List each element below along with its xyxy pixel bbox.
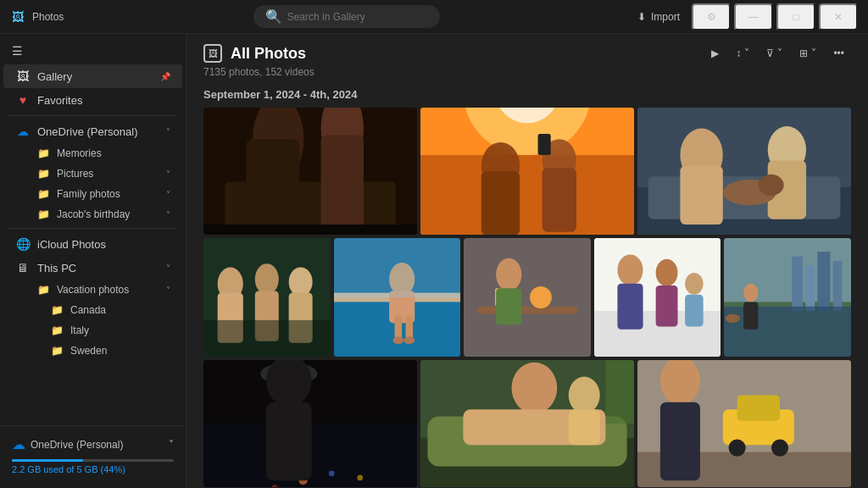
sidebar-bottom: ☁ OneDrive (Personal) ˅ 2.2 GB used of 5… [0,425,186,481]
photo-cell-9[interactable]: ☁ [203,360,417,487]
svg-rect-58 [685,295,704,327]
sort-icon: ↕ [736,47,741,59]
svg-rect-56 [655,286,677,326]
vacation-folder-icon: 📁 [37,284,50,296]
sidebar-sweden-label: Sweden [70,345,107,357]
onedrive-chevron-icon: ˅ [166,127,170,136]
memories-folder-icon: 📁 [37,147,50,159]
page-title: All Photos [231,45,306,63]
sidebar-item-icloud[interactable]: 🌐 iCloud Photos [3,232,182,256]
sidebar-item-jacobs-birthday[interactable]: 📁 Jacob's birthday ˅ [3,204,182,225]
photo-cell-3[interactable]: ☁ ▣ [637,108,851,235]
svg-rect-38 [394,316,402,339]
sidebar-item-italy[interactable]: 📁 Italy [3,320,182,341]
svg-point-30 [289,267,313,296]
jacobs-chevron-icon: ˅ [166,210,170,219]
svg-rect-20 [680,166,722,225]
sidebar-item-memories[interactable]: 📁 Memories [3,143,182,164]
photo-cell-11[interactable]: ☁ [637,360,851,487]
maximize-button[interactable]: □ [776,3,815,30]
svg-rect-78 [266,402,312,480]
family-folder-icon: 📁 [37,188,50,200]
content-title-area: 🖼 All Photos [203,44,306,63]
svg-rect-90 [737,395,780,420]
sidebar-item-family-photos[interactable]: 📁 Family photos ˅ [3,184,182,204]
sidebar-item-canada[interactable]: 📁 Canada [3,300,182,320]
svg-rect-12 [481,171,520,235]
photo-cell-7[interactable] [594,238,721,357]
app-logo-icon: 🖼 [10,9,25,25]
svg-rect-5 [321,135,364,235]
svg-rect-14 [542,168,576,232]
content-header: 🖼 All Photos ▶ ↕ ˅ ⊽ ˅ ⊞ ˅ [186,34,868,66]
photo-cell-2[interactable] [420,108,634,235]
search-input[interactable] [287,11,423,23]
sidebar-this-pc[interactable]: 🖥 This PC ˅ [3,256,182,280]
sidebar-item-pictures[interactable]: 📁 Pictures ˅ [3,164,182,184]
favorites-icon: ♥ [15,93,31,107]
photo-cell-4[interactable]: 📍 [203,238,331,357]
sort-button[interactable]: ↕ ˅ [729,44,756,63]
svg-point-84 [569,377,600,414]
photo-grid-row-2: 📍 ☁ [203,238,851,357]
svg-point-24 [758,175,783,196]
search-bar[interactable]: 🔍 [253,5,440,28]
svg-rect-32 [203,320,331,357]
canada-folder-icon: 📁 [51,304,64,316]
sidebar-item-vacation-photos[interactable]: 📁 Vacation photos ˅ [3,280,182,300]
main-layout: ☰ 🖼 Gallery 📌 ♥ Favorites ☁ OneDrive (Pe… [0,34,868,488]
svg-rect-86 [605,360,634,424]
svg-rect-65 [724,307,851,357]
photo-cell-5[interactable]: ☁ [334,238,461,357]
view-icon: ⊞ [799,47,808,59]
settings-button[interactable]: ⚙ [692,3,731,30]
svg-rect-64 [833,261,843,311]
view-button[interactable]: ⊞ ˅ [793,44,823,63]
svg-rect-45 [477,307,577,314]
filter-button[interactable]: ⊽ ˅ [760,44,789,63]
slideshow-button[interactable]: ▶ [704,44,726,63]
sidebar-gallery-label: Gallery [37,70,153,83]
close-button[interactable]: ✕ [819,3,858,30]
svg-point-66 [743,284,758,302]
svg-rect-6 [203,225,417,235]
sweden-folder-icon: 📁 [51,345,64,357]
sort-chevron-icon: ˅ [744,47,749,59]
svg-rect-61 [793,257,804,312]
svg-point-73 [329,470,335,476]
sidebar-onedrive-personal[interactable]: ☁ OneDrive (Personal) ˅ [3,119,182,143]
svg-point-48 [496,258,521,291]
svg-point-68 [726,313,740,323]
onedrive-bottom-section[interactable]: ☁ OneDrive (Personal) ˅ [12,433,174,456]
svg-rect-49 [496,288,521,324]
photo-cell-6[interactable]: 📍 [464,238,591,357]
photo-cell-1[interactable]: ☁ [203,108,417,235]
gallery-pin-icon: 📌 [160,72,170,81]
minimize-button[interactable]: — [734,3,773,30]
import-icon: ⬇ [637,11,646,23]
svg-rect-39 [405,316,413,339]
storage-text[interactable]: 2.2 GB used of 5 GB (44%) [12,464,174,474]
import-button[interactable]: ⬇ Import [629,8,688,26]
italy-folder-icon: 📁 [51,324,64,336]
sidebar-italy-label: Italy [70,324,89,336]
titlebar-controls: ⬇ Import ⚙ — □ ✕ [629,3,858,30]
hamburger-menu[interactable]: ☰ [0,41,186,64]
photo-cell-10[interactable]: 📍 [420,360,634,487]
storage-bar-background [12,459,174,462]
svg-point-28 [255,263,279,295]
more-options-button[interactable]: ••• [826,44,851,63]
jacobs-folder-icon: 📁 [37,208,50,220]
sidebar-item-favorites[interactable]: ♥ Favorites [3,88,182,112]
sidebar-icloud-label: iCloud Photos [37,238,170,251]
vacation-chevron-icon: ˅ [166,286,170,295]
svg-rect-60 [724,238,851,302]
svg-point-40 [392,336,403,344]
photo-grid-row-1: ☁ [203,108,851,235]
photo-grid-row-3: ☁ [203,360,851,487]
sidebar-item-sweden[interactable]: 📁 Sweden [3,341,182,361]
gallery-icon: 🖼 [15,69,31,83]
photo-cell-8[interactable]: 📍 [724,238,851,357]
date-range: September 1, 2024 - 4th, 2024 [186,85,868,108]
sidebar-item-gallery[interactable]: 🖼 Gallery 📌 [3,64,182,88]
